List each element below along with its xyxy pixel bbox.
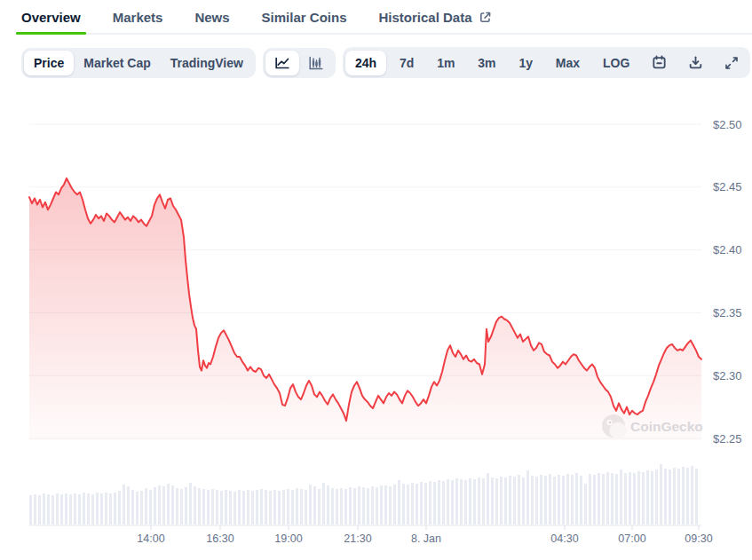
line-chart-button[interactable] (265, 51, 299, 75)
expand-button[interactable] (716, 51, 748, 75)
volume-bar (313, 486, 316, 525)
volume-bar (162, 486, 165, 525)
volume-bar (56, 493, 59, 525)
volume-bar (451, 480, 454, 525)
expand-icon (724, 56, 739, 70)
volume-bar (344, 489, 347, 525)
volume-bar (331, 488, 334, 525)
bar-chart-button[interactable] (299, 51, 333, 75)
volume-bar (606, 472, 609, 525)
button-label: LOG (603, 56, 629, 70)
volume-bar (642, 472, 645, 525)
tab-label: Overview (21, 10, 81, 25)
volume-bar (123, 485, 125, 525)
price-chart[interactable]: $2.50$2.45$2.40$2.35$2.30$2.25 CoinGecko… (0, 78, 752, 559)
tab-label: Historical Data (378, 10, 471, 25)
line-chart-icon (274, 56, 290, 70)
button-label: 24h (355, 56, 376, 70)
volume-bar (526, 470, 529, 525)
download-button[interactable] (679, 50, 712, 75)
tab-markets[interactable]: Markets (113, 0, 163, 35)
volume-bar (349, 487, 352, 525)
y-axis-label: $2.45 (713, 180, 742, 193)
volume-bar (411, 483, 414, 525)
7d-button[interactable]: 7d (390, 51, 423, 75)
volume-bar (229, 491, 232, 525)
volume-bar (234, 492, 236, 525)
tab-historical-data[interactable]: Historical Data (378, 0, 491, 35)
volume-bar (247, 490, 249, 525)
volume-bar (269, 491, 272, 525)
volume-bar (340, 488, 343, 525)
max-button[interactable]: Max (546, 51, 590, 75)
volume-bar (695, 469, 698, 525)
tab-overview[interactable]: Overview (21, 0, 81, 35)
volume-bar (251, 491, 254, 525)
volume-bar (460, 479, 463, 525)
volume-bar (447, 479, 449, 525)
volume-bar (615, 474, 618, 525)
volume-bar (318, 489, 321, 525)
volume-bar (211, 489, 214, 525)
y-axis-label: $2.50 (713, 118, 742, 131)
volume-bar (367, 488, 369, 525)
tab-news[interactable]: News (194, 0, 229, 35)
volume-bar (291, 490, 294, 525)
volume-bar (198, 488, 201, 525)
volume-bar (220, 491, 223, 525)
calendar-button[interactable] (643, 50, 676, 75)
volume-bar (118, 491, 121, 525)
volume-bar (278, 491, 281, 525)
24h-button[interactable]: 24h (345, 51, 386, 75)
volume-bar (109, 493, 112, 525)
market-cap-button[interactable]: Market Cap (74, 51, 160, 75)
1m-button[interactable]: 1m (427, 51, 464, 75)
volume-bar (34, 494, 36, 525)
volume-bar (620, 469, 622, 525)
volume-bar (47, 494, 50, 525)
volume-bar (225, 490, 227, 525)
volume-bar (540, 475, 542, 525)
log-button[interactable]: LOG (593, 51, 639, 75)
x-axis-label: 19:00 (274, 532, 302, 545)
volume-bar (575, 473, 578, 525)
volume-bar (145, 488, 147, 525)
tab-label: Markets (113, 10, 163, 25)
x-axis-label: 14:00 (137, 532, 164, 545)
1y-button[interactable]: 1y (509, 51, 542, 75)
volume-bar (83, 493, 85, 525)
volume-bar (216, 490, 218, 525)
volume-bar (358, 486, 360, 525)
volume-bar (167, 484, 170, 525)
volume-bar (273, 490, 276, 525)
volume-bar (509, 476, 511, 525)
3m-button[interactable]: 3m (468, 51, 505, 75)
y-axis-label: $2.40 (713, 243, 742, 256)
y-axis-label: $2.30 (713, 369, 742, 383)
volume-bar (207, 490, 210, 525)
tab-similar-coins[interactable]: Similar Coins (262, 0, 347, 35)
volume-bar (669, 469, 671, 525)
x-axis-label: 8. Jan (411, 532, 441, 545)
volume-bar (522, 477, 525, 525)
volume-bar (265, 490, 267, 525)
button-label: Max (556, 56, 580, 70)
volume-bar (562, 476, 565, 525)
tradingview-button[interactable]: TradingView (161, 51, 253, 75)
tab-label: News (194, 10, 229, 25)
tab-bar: OverviewMarketsNewsSimilar CoinsHistoric… (0, 0, 752, 35)
volume-bar (296, 488, 298, 525)
volume-bar (398, 480, 400, 525)
chart-toolbar: PriceMarket CapTradingView 24h7d1m3m1yMa… (21, 47, 750, 78)
volume-bar (149, 490, 152, 525)
button-label: 1y (518, 56, 533, 70)
volume-bar (242, 491, 245, 525)
price-button[interactable]: Price (24, 51, 74, 75)
volume-bar (584, 484, 587, 525)
volume-bar (136, 492, 139, 525)
volume-bar (100, 493, 103, 525)
volume-bar (589, 474, 591, 525)
volume-bar (322, 483, 325, 525)
chart-type-toggle-group (263, 48, 336, 78)
volume-bar (96, 493, 99, 525)
